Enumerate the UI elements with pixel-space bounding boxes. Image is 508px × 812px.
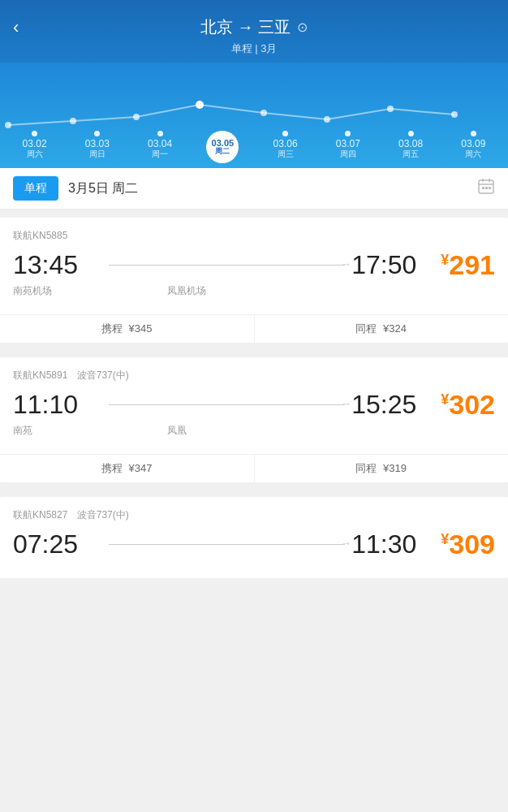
- price-compare-tongcheng-0[interactable]: 同程 ¥324: [255, 315, 509, 343]
- price-value-0: 291: [449, 249, 495, 280]
- arrive-time-1: 15:25: [351, 390, 441, 420]
- price-compare-1: 携程 ¥347 同程 ¥319: [0, 454, 508, 482]
- tongcheng-price-1: ¥319: [383, 462, 407, 474]
- airports-0: 南苑机场 凤凰机场: [13, 284, 495, 298]
- price-value-2: 309: [449, 529, 495, 559]
- ctrip-price-1: ¥347: [129, 462, 153, 474]
- flight-times-2: 07:25 11:30 ¥309: [13, 529, 495, 560]
- depart-time-0: 13:45: [13, 250, 102, 280]
- arrow-line-0: [102, 265, 351, 266]
- flight-card-0[interactable]: 联航KN5885 13:45 17:50 ¥291 南苑机场 凤凰机场 携程: [0, 218, 508, 343]
- date-item-0308[interactable]: 03.08 周五: [390, 131, 432, 165]
- flight-main-0: 联航KN5885 13:45 17:50 ¥291 南苑机场 凤凰机场: [0, 218, 508, 306]
- price-chart: [0, 89, 508, 137]
- tongcheng-label-1: 同程: [355, 462, 377, 474]
- dropdown-icon[interactable]: ⊙: [297, 19, 308, 35]
- airline-code-0: 联航KN5885: [13, 230, 67, 241]
- header-title: 北京 → 三亚 ⊙: [200, 16, 308, 38]
- aircraft-2: 波音737(中): [77, 509, 129, 520]
- price-value-1: 302: [449, 389, 495, 420]
- svg-rect-13: [485, 187, 488, 189]
- price-compare-tongcheng-1[interactable]: 同程 ¥319: [255, 455, 509, 482]
- depart-airport-0: 南苑机场: [13, 284, 102, 298]
- selected-date-label: 3月5日 周二: [68, 180, 138, 197]
- date-item-0303[interactable]: 03.03 周日: [76, 131, 118, 165]
- price-1: ¥302: [441, 389, 495, 421]
- flights-container: 联航KN5885 13:45 17:50 ¥291 南苑机场 凤凰机场 携程: [0, 209, 508, 594]
- tongcheng-label-0: 同程: [355, 322, 377, 335]
- arrive-time-2: 11:30: [351, 529, 441, 559]
- flight-main-2: 联航KN5827 波音737(中) 07:25 11:30 ¥309: [0, 497, 508, 568]
- price-symbol-0: ¥: [441, 252, 449, 268]
- trip-subtitle: 单程 | 3月: [0, 41, 508, 63]
- depart-airport-1: 南苑: [13, 424, 102, 438]
- arrive-time-0: 17:50: [351, 250, 441, 280]
- svg-rect-14: [489, 187, 491, 189]
- flight-times-1: 11:10 15:25 ¥302: [13, 389, 495, 421]
- back-button[interactable]: ‹: [13, 17, 19, 38]
- section-gap-1: [0, 351, 508, 357]
- tongcheng-price-0: ¥324: [383, 322, 407, 335]
- date-item-0302[interactable]: 03.02 周六: [14, 131, 56, 165]
- flight-card-1[interactable]: 联航KN5891 波音737(中) 11:10 15:25 ¥302 南苑 凤凰…: [0, 357, 508, 482]
- price-symbol-1: ¥: [441, 391, 449, 408]
- date-item-0309[interactable]: 03.09 周六: [452, 131, 494, 165]
- price-0: ¥291: [441, 249, 495, 281]
- arrow-line-2: [102, 544, 351, 545]
- flight-header-2: 联航KN5827 波音737(中): [13, 508, 495, 522]
- price-symbol-2: ¥: [441, 531, 449, 547]
- date-item-0306[interactable]: 03.06 周三: [265, 131, 307, 165]
- flight-header-0: 联航KN5885: [13, 229, 495, 243]
- svg-point-6: [387, 106, 394, 112]
- date-labels-row: 03.02 周六 03.03 周日 03.04 周一: [0, 131, 508, 168]
- price-compare-0: 携程 ¥345 同程 ¥324: [0, 314, 508, 343]
- airline-code-1: 联航KN5891: [13, 369, 67, 381]
- date-item-0304[interactable]: 03.04 周一: [139, 131, 181, 165]
- price-compare-ctrip-0[interactable]: 携程 ¥345: [0, 315, 255, 343]
- calendar-icon[interactable]: [477, 178, 495, 200]
- header-top: ‹ 北京 → 三亚 ⊙: [0, 10, 508, 41]
- depart-time-2: 07:25: [13, 529, 102, 559]
- svg-point-0: [5, 122, 11, 128]
- svg-point-7: [451, 111, 458, 118]
- ctrip-label-0: 携程: [101, 322, 123, 335]
- arrow-line-1: [102, 404, 351, 405]
- arrive-airport-0: 凤凰机场: [167, 284, 206, 298]
- airports-1: 南苑 凤凰: [13, 424, 495, 438]
- svg-point-4: [260, 110, 267, 116]
- depart-time-1: 11:10: [13, 390, 102, 420]
- calendar-strip: 03.02 周六 03.03 周日 03.04 周一: [0, 63, 508, 168]
- price-compare-ctrip-1[interactable]: 携程 ¥347: [0, 455, 255, 482]
- trip-type-button[interactable]: 单程: [13, 176, 58, 201]
- svg-rect-12: [482, 187, 484, 189]
- flight-times-0: 13:45 17:50 ¥291: [13, 249, 495, 281]
- price-2: ¥309: [441, 529, 495, 560]
- aircraft-1: 波音737(中): [77, 369, 129, 381]
- ctrip-label-1: 携程: [101, 462, 123, 474]
- section-gap-2: [0, 490, 508, 497]
- date-item-0307[interactable]: 03.07 周四: [327, 131, 369, 165]
- svg-point-3: [196, 101, 204, 109]
- svg-point-2: [133, 114, 140, 120]
- header: ‹ 北京 → 三亚 ⊙ 单程 | 3月: [0, 0, 508, 168]
- tab-bar: 单程 3月5日 周二: [0, 168, 508, 209]
- airline-code-2: 联航KN5827: [13, 509, 67, 520]
- route-label: 北京 → 三亚: [200, 16, 291, 38]
- flight-card-2[interactable]: 联航KN5827 波音737(中) 07:25 11:30 ¥309: [0, 497, 508, 578]
- flight-main-1: 联航KN5891 波音737(中) 11:10 15:25 ¥302 南苑 凤凰: [0, 357, 508, 446]
- flight-header-1: 联航KN5891 波音737(中): [13, 369, 495, 382]
- ctrip-price-0: ¥345: [129, 322, 153, 335]
- svg-point-5: [324, 116, 330, 123]
- date-item-0305-active[interactable]: 03.05 周二: [201, 131, 243, 165]
- svg-point-1: [70, 118, 76, 124]
- arrive-airport-1: 凤凰: [167, 424, 187, 438]
